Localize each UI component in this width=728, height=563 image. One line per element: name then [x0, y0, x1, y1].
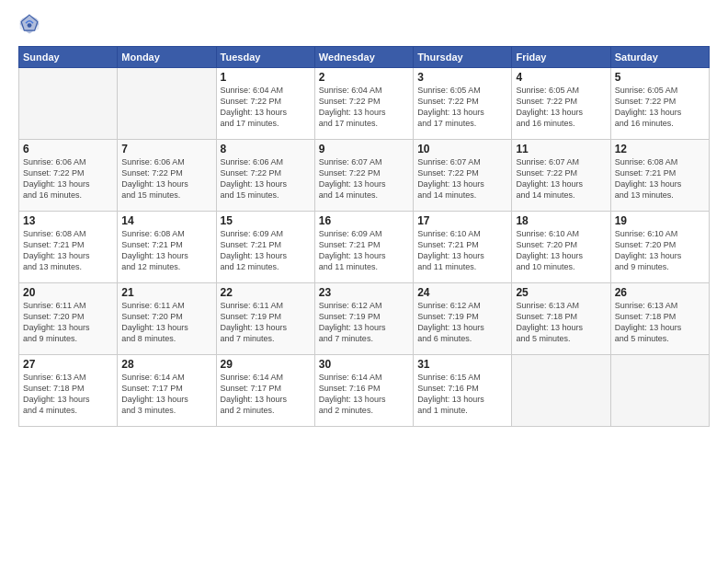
- header: [18, 15, 710, 37]
- day-info: Sunrise: 6:04 AM Sunset: 7:22 PM Dayligh…: [319, 85, 409, 130]
- calendar-cell: 17Sunrise: 6:10 AM Sunset: 7:21 PM Dayli…: [414, 212, 512, 283]
- day-info: Sunrise: 6:08 AM Sunset: 7:21 PM Dayligh…: [615, 156, 705, 201]
- calendar-cell: 31Sunrise: 6:15 AM Sunset: 7:16 PM Dayli…: [414, 355, 512, 427]
- day-info: Sunrise: 6:07 AM Sunset: 7:22 PM Dayligh…: [319, 156, 409, 201]
- calendar-cell: 15Sunrise: 6:09 AM Sunset: 7:21 PM Dayli…: [216, 212, 314, 283]
- day-info: Sunrise: 6:10 AM Sunset: 7:20 PM Dayligh…: [516, 228, 606, 273]
- calendar-cell: 6Sunrise: 6:06 AM Sunset: 7:22 PM Daylig…: [19, 140, 118, 212]
- day-info: Sunrise: 6:12 AM Sunset: 7:19 PM Dayligh…: [417, 300, 507, 345]
- day-number: 28: [121, 358, 211, 371]
- calendar-week-row: 6Sunrise: 6:06 AM Sunset: 7:22 PM Daylig…: [19, 140, 710, 212]
- day-info: Sunrise: 6:15 AM Sunset: 7:16 PM Dayligh…: [417, 372, 507, 417]
- day-number: 31: [417, 358, 507, 371]
- day-number: 12: [615, 143, 705, 155]
- day-number: 18: [516, 214, 606, 227]
- day-info: Sunrise: 6:10 AM Sunset: 7:20 PM Dayligh…: [615, 228, 705, 273]
- day-number: 27: [23, 358, 113, 371]
- calendar-cell: 25Sunrise: 6:13 AM Sunset: 7:18 PM Dayli…: [512, 283, 610, 355]
- weekday-header-tuesday: Tuesday: [216, 47, 314, 68]
- weekday-header-saturday: Saturday: [610, 47, 709, 68]
- day-number: 23: [319, 286, 409, 299]
- day-info: Sunrise: 6:05 AM Sunset: 7:22 PM Dayligh…: [417, 85, 507, 130]
- day-info: Sunrise: 6:13 AM Sunset: 7:18 PM Dayligh…: [516, 300, 606, 345]
- weekday-header-friday: Friday: [512, 47, 610, 68]
- weekday-header-monday: Monday: [118, 47, 216, 68]
- calendar-cell: 1Sunrise: 6:04 AM Sunset: 7:22 PM Daylig…: [216, 68, 314, 140]
- calendar-cell: 23Sunrise: 6:12 AM Sunset: 7:19 PM Dayli…: [314, 283, 413, 355]
- day-info: Sunrise: 6:09 AM Sunset: 7:21 PM Dayligh…: [221, 228, 311, 273]
- day-number: 20: [23, 286, 113, 299]
- day-number: 29: [221, 358, 311, 371]
- calendar: SundayMondayTuesdayWednesdayThursdayFrid…: [18, 46, 710, 427]
- calendar-cell: [512, 355, 610, 427]
- day-info: Sunrise: 6:06 AM Sunset: 7:22 PM Dayligh…: [23, 156, 113, 201]
- day-info: Sunrise: 6:08 AM Sunset: 7:21 PM Dayligh…: [23, 228, 113, 273]
- day-number: 8: [221, 143, 311, 155]
- calendar-cell: 7Sunrise: 6:06 AM Sunset: 7:22 PM Daylig…: [118, 140, 216, 212]
- day-info: Sunrise: 6:13 AM Sunset: 7:18 PM Dayligh…: [615, 300, 705, 345]
- day-info: Sunrise: 6:11 AM Sunset: 7:19 PM Dayligh…: [221, 300, 311, 345]
- day-number: 14: [121, 214, 211, 227]
- day-number: 30: [319, 358, 409, 371]
- day-number: 6: [23, 143, 113, 155]
- day-number: 21: [121, 286, 211, 299]
- day-info: Sunrise: 6:13 AM Sunset: 7:18 PM Dayligh…: [23, 372, 113, 417]
- calendar-cell: 10Sunrise: 6:07 AM Sunset: 7:22 PM Dayli…: [414, 140, 512, 212]
- day-info: Sunrise: 6:09 AM Sunset: 7:21 PM Dayligh…: [319, 228, 409, 273]
- day-number: 11: [516, 143, 606, 155]
- day-info: Sunrise: 6:14 AM Sunset: 7:17 PM Dayligh…: [221, 372, 311, 417]
- weekday-header-wednesday: Wednesday: [314, 47, 413, 68]
- day-number: 24: [417, 286, 507, 299]
- calendar-week-row: 13Sunrise: 6:08 AM Sunset: 7:21 PM Dayli…: [19, 212, 710, 283]
- weekday-header-row: SundayMondayTuesdayWednesdayThursdayFrid…: [19, 47, 710, 68]
- day-info: Sunrise: 6:14 AM Sunset: 7:16 PM Dayligh…: [319, 372, 409, 417]
- calendar-cell: 19Sunrise: 6:10 AM Sunset: 7:20 PM Dayli…: [610, 212, 709, 283]
- day-info: Sunrise: 6:04 AM Sunset: 7:22 PM Dayligh…: [221, 85, 311, 130]
- day-info: Sunrise: 6:10 AM Sunset: 7:21 PM Dayligh…: [417, 228, 507, 273]
- day-number: 4: [516, 71, 606, 84]
- calendar-cell: 28Sunrise: 6:14 AM Sunset: 7:17 PM Dayli…: [118, 355, 216, 427]
- calendar-cell: [118, 68, 216, 140]
- day-number: 1: [221, 71, 311, 84]
- logo-icon: [18, 13, 40, 35]
- day-number: 22: [221, 286, 311, 299]
- calendar-cell: 30Sunrise: 6:14 AM Sunset: 7:16 PM Dayli…: [314, 355, 413, 427]
- calendar-cell: [19, 68, 118, 140]
- calendar-cell: [610, 355, 709, 427]
- day-number: 9: [319, 143, 409, 155]
- day-info: Sunrise: 6:07 AM Sunset: 7:22 PM Dayligh…: [417, 156, 507, 201]
- day-number: 25: [516, 286, 606, 299]
- day-number: 26: [615, 286, 705, 299]
- weekday-header-sunday: Sunday: [19, 47, 118, 68]
- calendar-cell: 27Sunrise: 6:13 AM Sunset: 7:18 PM Dayli…: [19, 355, 118, 427]
- calendar-cell: 14Sunrise: 6:08 AM Sunset: 7:21 PM Dayli…: [118, 212, 216, 283]
- day-number: 16: [319, 214, 409, 227]
- weekday-header-thursday: Thursday: [414, 47, 512, 68]
- calendar-cell: 11Sunrise: 6:07 AM Sunset: 7:22 PM Dayli…: [512, 140, 610, 212]
- calendar-cell: 29Sunrise: 6:14 AM Sunset: 7:17 PM Dayli…: [216, 355, 314, 427]
- day-number: 19: [615, 214, 705, 227]
- logo: [18, 15, 44, 37]
- day-info: Sunrise: 6:05 AM Sunset: 7:22 PM Dayligh…: [516, 85, 606, 130]
- page: SundayMondayTuesdayWednesdayThursdayFrid…: [0, 0, 728, 563]
- day-number: 3: [417, 71, 507, 84]
- day-info: Sunrise: 6:11 AM Sunset: 7:20 PM Dayligh…: [121, 300, 211, 345]
- day-info: Sunrise: 6:14 AM Sunset: 7:17 PM Dayligh…: [121, 372, 211, 417]
- calendar-cell: 21Sunrise: 6:11 AM Sunset: 7:20 PM Dayli…: [118, 283, 216, 355]
- calendar-cell: 4Sunrise: 6:05 AM Sunset: 7:22 PM Daylig…: [512, 68, 610, 140]
- day-info: Sunrise: 6:05 AM Sunset: 7:22 PM Dayligh…: [615, 85, 705, 130]
- day-info: Sunrise: 6:12 AM Sunset: 7:19 PM Dayligh…: [319, 300, 409, 345]
- day-info: Sunrise: 6:06 AM Sunset: 7:22 PM Dayligh…: [121, 156, 211, 201]
- day-info: Sunrise: 6:06 AM Sunset: 7:22 PM Dayligh…: [221, 156, 311, 201]
- day-info: Sunrise: 6:11 AM Sunset: 7:20 PM Dayligh…: [23, 300, 113, 345]
- day-number: 2: [319, 71, 409, 84]
- day-info: Sunrise: 6:08 AM Sunset: 7:21 PM Dayligh…: [121, 228, 211, 273]
- calendar-cell: 20Sunrise: 6:11 AM Sunset: 7:20 PM Dayli…: [19, 283, 118, 355]
- calendar-cell: 16Sunrise: 6:09 AM Sunset: 7:21 PM Dayli…: [314, 212, 413, 283]
- svg-point-1: [28, 23, 32, 28]
- calendar-cell: 24Sunrise: 6:12 AM Sunset: 7:19 PM Dayli…: [414, 283, 512, 355]
- calendar-cell: 3Sunrise: 6:05 AM Sunset: 7:22 PM Daylig…: [414, 68, 512, 140]
- day-number: 7: [121, 143, 211, 155]
- calendar-week-row: 1Sunrise: 6:04 AM Sunset: 7:22 PM Daylig…: [19, 68, 710, 140]
- day-number: 5: [615, 71, 705, 84]
